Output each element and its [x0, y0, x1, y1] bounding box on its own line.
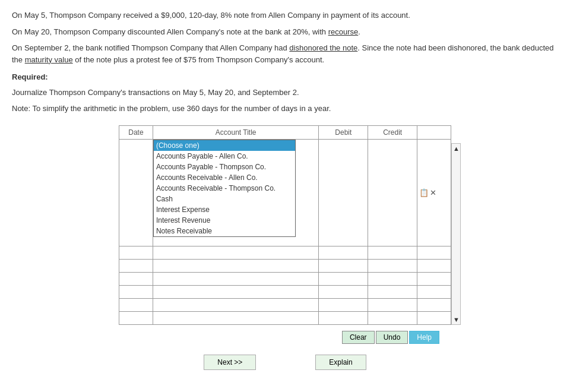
date-cell-4	[119, 272, 153, 285]
scroll-up-btn[interactable]: ▲	[452, 144, 460, 153]
debit-cell-1	[319, 139, 368, 246]
date-input-6[interactable]	[119, 299, 153, 311]
bottom-buttons-row: Next >> Explain	[12, 355, 558, 370]
date-cell-3	[119, 259, 153, 272]
account-cell-7	[153, 311, 319, 324]
table-row	[119, 311, 451, 324]
delete-row-icon[interactable]: ✕	[430, 188, 436, 197]
credit-input-7[interactable]	[368, 312, 417, 324]
credit-cell-5	[368, 285, 417, 298]
debit-input-2[interactable]	[319, 246, 368, 259]
dropdown-option-8[interactable]: Notes Receivable	[154, 226, 295, 236]
credit-cell-1	[368, 139, 417, 246]
dropdown-option-2[interactable]: Accounts Payable - Thompson Co.	[154, 162, 295, 172]
required-label: Required:	[12, 72, 48, 81]
paragraph-1: On May 5, Thompson Company received a $9…	[12, 10, 558, 21]
account-input-4[interactable]	[153, 273, 319, 285]
date-input-4[interactable]	[119, 273, 153, 285]
dropdown-list[interactable]: (Choose one) Accounts Payable - Allen Co…	[153, 140, 296, 237]
date-cell-7	[119, 311, 153, 324]
table-row	[119, 285, 451, 298]
debit-input-5[interactable]	[319, 286, 368, 298]
icon-cell-5	[417, 285, 451, 298]
icon-cell-1: 📋 ✕	[417, 139, 451, 246]
table-row	[119, 272, 451, 285]
table-wrapper: Date Account Title Debit Credit	[12, 125, 558, 325]
account-dropdown-1[interactable]: (Choose one) Accounts Payable - Allen Co…	[153, 140, 319, 246]
credit-input-4[interactable]	[368, 273, 417, 285]
account-cell-3	[153, 259, 319, 272]
debit-input-1[interactable]	[319, 140, 368, 246]
paragraph-2: On May 20, Thompson Company discounted A…	[12, 26, 558, 38]
debit-cell-3	[319, 259, 368, 272]
debit-cell-2	[319, 246, 368, 259]
col-header-actions	[417, 125, 451, 139]
table-row	[119, 298, 451, 311]
debit-input-6[interactable]	[319, 299, 368, 311]
required-text: Journalize Thompson Company's transactio…	[12, 87, 558, 99]
dropdown-option-5[interactable]: Cash	[154, 194, 295, 204]
debit-cell-4	[319, 272, 368, 285]
col-header-account: Account Title	[153, 125, 319, 139]
debit-input-7[interactable]	[319, 312, 368, 324]
col-header-debit: Debit	[319, 125, 368, 139]
icon-cell-2	[417, 246, 451, 259]
dropdown-option-0[interactable]: (Choose one)	[154, 140, 295, 151]
icon-cell-3	[417, 259, 451, 272]
credit-cell-4	[368, 272, 417, 285]
debit-input-4[interactable]	[319, 273, 368, 285]
explain-button[interactable]: Explain	[315, 355, 366, 370]
debit-cell-6	[319, 298, 368, 311]
credit-input-3[interactable]	[368, 260, 417, 272]
date-input-5[interactable]	[119, 286, 153, 298]
date-cell-6	[119, 298, 153, 311]
add-row-icon[interactable]: 📋	[419, 188, 429, 197]
credit-input-6[interactable]	[368, 299, 417, 311]
dropdown-option-6[interactable]: Interest Expense	[154, 204, 295, 215]
debit-cell-5	[319, 285, 368, 298]
date-input-3[interactable]	[119, 260, 153, 272]
icon-cell-7	[417, 311, 451, 324]
dropdown-option-3[interactable]: Accounts Receivable - Allen Co.	[154, 172, 295, 183]
account-cell-6	[153, 298, 319, 311]
dropdown-option-7[interactable]: Interest Revenue	[154, 215, 295, 226]
date-input-1[interactable]	[119, 140, 153, 246]
account-input-6[interactable]	[153, 299, 319, 311]
recourse-link: recourse	[328, 27, 359, 36]
journal-table: Date Account Title Debit Credit	[119, 125, 451, 325]
table-row: (Choose one) Accounts Payable - Allen Co…	[119, 139, 451, 246]
debit-input-3[interactable]	[319, 260, 368, 272]
account-input-3[interactable]	[153, 260, 319, 272]
account-cell-5	[153, 285, 319, 298]
credit-input-1[interactable]	[368, 140, 417, 246]
help-button[interactable]: Help	[409, 331, 439, 344]
credit-cell-6	[368, 298, 417, 311]
date-cell-1	[119, 139, 153, 246]
debit-cell-7	[319, 311, 368, 324]
dropdown-option-4[interactable]: Accounts Receivable - Thompson Co.	[154, 183, 295, 194]
account-cell-1[interactable]: (Choose one) Accounts Payable - Allen Co…	[153, 139, 319, 246]
maturity-value-link: maturity value	[25, 55, 73, 64]
account-input-5[interactable]	[153, 286, 319, 298]
scroll-down-btn[interactable]: ▼	[452, 315, 460, 324]
credit-cell-3	[368, 259, 417, 272]
next-button[interactable]: Next >>	[204, 355, 256, 370]
table-row	[119, 259, 451, 272]
icon-cell-6	[417, 298, 451, 311]
credit-input-5[interactable]	[368, 286, 417, 298]
dropdown-option-1[interactable]: Accounts Payable - Allen Co.	[154, 151, 295, 162]
clear-button[interactable]: Clear	[342, 331, 375, 344]
paragraph-3: On September 2, the bank notified Thomps…	[12, 42, 558, 65]
date-input-7[interactable]	[119, 312, 153, 324]
table-row	[119, 246, 451, 259]
credit-input-2[interactable]	[368, 246, 417, 259]
account-input-7[interactable]	[153, 312, 319, 324]
date-input-2[interactable]	[119, 246, 153, 259]
date-cell-2	[119, 246, 153, 259]
icon-cell-4	[417, 272, 451, 285]
account-input-2[interactable]	[153, 246, 319, 259]
note-text: Note: To simplify the arithmetic in the …	[12, 103, 558, 115]
undo-button[interactable]: Undo	[376, 331, 408, 344]
col-header-credit: Credit	[368, 125, 417, 139]
account-cell-2	[153, 246, 319, 259]
